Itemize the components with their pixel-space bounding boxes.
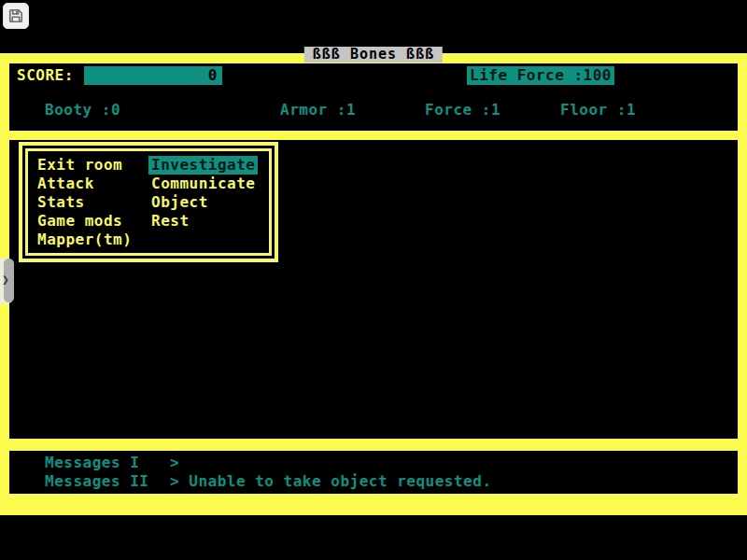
menu-item-investigate[interactable]: Investigate — [148, 156, 258, 175]
action-menu-inner-border: Exit room Attack Stats Game mods Mapper(… — [25, 148, 272, 256]
action-menu-left-column: Exit room Attack Stats Game mods Mapper(… — [37, 156, 132, 249]
menu-item-rest[interactable]: Rest — [151, 212, 258, 231]
menu-item-game-mods[interactable]: Game mods — [37, 212, 132, 231]
action-menu-right-column: Investigate Communicate Object Rest — [151, 156, 258, 231]
score-bar: 0 — [84, 66, 222, 85]
messages-2-label: Messages II — [45, 472, 148, 491]
menu-item-mapper[interactable]: Mapper(tm) — [37, 231, 132, 249]
messages-1-text: > — [170, 454, 179, 472]
game-screen: SCORE: 0 Life Force :100 Booty :0 Armor … — [0, 53, 747, 515]
messages-panel: Messages I > Messages II > Unable to tak… — [9, 451, 738, 494]
drawer-toggle-handle[interactable]: ❯ — [0, 258, 14, 304]
menu-item-stats[interactable]: Stats — [37, 193, 132, 212]
save-button[interactable] — [3, 3, 29, 29]
chevron-right-icon: ❯ — [2, 273, 9, 287]
main-play-area: Exit room Attack Stats Game mods Mapper(… — [9, 140, 738, 439]
game-title-bar: ßßß Bones ßßß — [304, 47, 443, 63]
stat-booty: Booty :0 — [45, 101, 120, 119]
hud-panel: SCORE: 0 Life Force :100 Booty :0 Armor … — [9, 63, 738, 131]
action-menu-box: Exit room Attack Stats Game mods Mapper(… — [19, 142, 278, 262]
stat-floor: Floor :1 — [560, 101, 636, 119]
score-label: SCORE: — [17, 66, 74, 85]
stat-armor: Armor :1 — [280, 101, 356, 119]
menu-item-attack[interactable]: Attack — [37, 175, 132, 193]
life-force-indicator: Life Force :100 — [467, 66, 614, 85]
stat-force: Force :1 — [425, 101, 500, 119]
menu-item-exit-room[interactable]: Exit room — [37, 156, 132, 175]
menu-item-communicate[interactable]: Communicate — [151, 175, 258, 193]
menu-item-object[interactable]: Object — [151, 193, 258, 212]
save-floppy-icon — [7, 7, 25, 25]
messages-2-text: > Unable to take object requested. — [170, 472, 492, 491]
messages-1-label: Messages I — [45, 454, 139, 472]
